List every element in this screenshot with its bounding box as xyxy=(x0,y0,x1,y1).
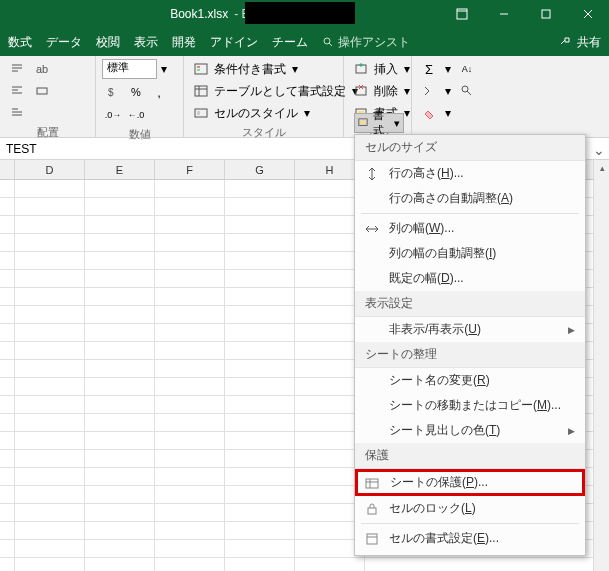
svg-rect-22 xyxy=(195,86,207,96)
percent-button[interactable]: % xyxy=(125,82,147,102)
autosum-button[interactable]: Σ xyxy=(418,59,440,79)
number-format-arrow[interactable]: ▾ xyxy=(157,59,171,79)
share-button[interactable]: 共有 xyxy=(559,34,601,51)
minimize-button[interactable] xyxy=(483,0,525,28)
style-group-label: スタイル xyxy=(190,123,337,141)
vertical-scrollbar[interactable]: ▴ xyxy=(593,160,609,571)
menu-lock-cell[interactable]: セルのロック(L) xyxy=(355,496,585,521)
protect-sheet-icon xyxy=(364,475,382,491)
scroll-up-button[interactable]: ▴ xyxy=(594,160,609,176)
increase-decimal-button[interactable]: .0→ xyxy=(102,105,124,125)
title-bar: Book1.xlsx - Excel xyxy=(0,0,609,28)
cond-format-icon xyxy=(194,62,210,76)
number-group-label: 数値 xyxy=(102,125,177,143)
menu-header-visibility: 表示設定 xyxy=(355,291,585,317)
submenu-arrow-icon: ▶ xyxy=(568,325,575,335)
lightbulb-icon xyxy=(322,36,334,48)
lock-icon xyxy=(363,501,381,517)
maximize-button[interactable] xyxy=(525,0,567,28)
merge-button[interactable] xyxy=(31,81,53,101)
menu-header-protect: 保護 xyxy=(355,443,585,469)
align-group-label: 配置 xyxy=(6,123,89,141)
svg-rect-17 xyxy=(37,88,47,94)
tab-addin[interactable]: アドイン xyxy=(210,34,258,51)
format-icon xyxy=(358,116,370,130)
menu-protect-sheet[interactable]: シートの保護(P)... xyxy=(355,469,585,496)
file-name: Book1.xlsx xyxy=(170,7,228,21)
row-height-icon xyxy=(363,166,381,182)
share-icon xyxy=(559,36,573,48)
col-d[interactable]: D xyxy=(15,160,85,179)
tell-me-search[interactable]: 操作アシスト xyxy=(322,34,410,51)
number-format-dropdown[interactable]: 標準 xyxy=(102,59,157,79)
svg-rect-38 xyxy=(361,120,366,123)
format-cells-icon xyxy=(363,531,381,547)
menu-header-organize: シートの整理 xyxy=(355,342,585,368)
title-redacted xyxy=(245,2,355,24)
svg-rect-3 xyxy=(542,10,550,18)
svg-rect-26 xyxy=(197,111,200,115)
fill-button[interactable] xyxy=(418,81,440,101)
menu-col-width[interactable]: 列の幅(W)... xyxy=(355,216,585,241)
svg-rect-41 xyxy=(366,479,378,488)
menu-row-height[interactable]: 行の高さ(H)... xyxy=(355,161,585,186)
clear-button[interactable] xyxy=(418,103,440,123)
menu-rename-sheet[interactable]: シート名の変更(R) xyxy=(355,368,585,393)
svg-rect-19 xyxy=(195,64,207,74)
insert-icon xyxy=(354,62,370,76)
align-left-button[interactable] xyxy=(6,81,28,101)
conditional-format-button[interactable]: 条件付き書式▾ xyxy=(190,59,362,79)
cell-style-icon xyxy=(194,106,210,120)
delete-cells-button[interactable]: 削除▾ xyxy=(350,81,414,101)
ribbon-options-icon[interactable] xyxy=(441,0,483,28)
sort-button[interactable]: A↓ xyxy=(456,59,478,79)
tab-review[interactable]: 校閲 xyxy=(96,34,120,51)
ribbon-tabs: 数式 データ 校閲 表示 開発 アドイン チーム 操作アシスト 共有 xyxy=(0,28,609,56)
col-f[interactable]: F xyxy=(155,160,225,179)
align-top-button[interactable] xyxy=(6,59,28,79)
menu-col-autofit[interactable]: 列の幅の自動調整(I) xyxy=(355,241,585,266)
table-icon xyxy=(194,84,210,98)
tab-data[interactable]: データ xyxy=(46,34,82,51)
formula-content: TEST xyxy=(6,142,37,156)
menu-row-autofit[interactable]: 行の高さの自動調整(A) xyxy=(355,186,585,211)
col-width-icon xyxy=(363,221,381,237)
svg-line-7 xyxy=(329,43,332,46)
svg-rect-44 xyxy=(368,508,376,514)
svg-rect-25 xyxy=(195,109,207,117)
svg-rect-20 xyxy=(197,66,200,68)
tab-team[interactable]: チーム xyxy=(272,34,308,51)
col-g[interactable]: G xyxy=(225,160,295,179)
menu-move-copy-sheet[interactable]: シートの移動またはコピー(M)... xyxy=(355,393,585,418)
currency-button[interactable]: $ xyxy=(102,82,124,102)
svg-text:$: $ xyxy=(108,87,114,98)
menu-header-cellsize: セルのサイズ xyxy=(355,135,585,161)
svg-rect-45 xyxy=(367,534,377,544)
tab-view[interactable]: 表示 xyxy=(134,34,158,51)
tab-formula[interactable]: 数式 xyxy=(8,34,32,51)
svg-rect-21 xyxy=(197,69,200,71)
decrease-decimal-button[interactable]: ←.0 xyxy=(125,105,147,125)
submenu-arrow-icon: ▶ xyxy=(568,426,575,436)
col-e[interactable]: E xyxy=(85,160,155,179)
svg-line-36 xyxy=(467,91,471,95)
format-as-table-button[interactable]: テーブルとして書式設定▾ xyxy=(190,81,362,101)
delete-icon xyxy=(354,84,370,98)
align-bottom-button[interactable] xyxy=(6,103,28,123)
tab-dev[interactable]: 開発 xyxy=(172,34,196,51)
menu-format-cells[interactable]: セルの書式設定(E)... xyxy=(355,526,585,551)
svg-rect-30 xyxy=(356,87,366,95)
collapse-ribbon-button[interactable]: ⌄ xyxy=(593,142,605,158)
menu-hide-unhide[interactable]: 非表示/再表示(U) ▶ xyxy=(355,317,585,342)
close-button[interactable] xyxy=(567,0,609,28)
format-button-active[interactable]: 書式▾ xyxy=(354,113,404,133)
format-dropdown-menu: セルのサイズ 行の高さ(H)... 行の高さの自動調整(A) 列の幅(W)...… xyxy=(354,134,586,556)
ribbon: ab 配置 標準 ▾ $ % , .0→ ←.0 xyxy=(0,56,609,138)
comma-button[interactable]: , xyxy=(148,82,170,102)
menu-tab-color[interactable]: シート見出しの色(T) ▶ xyxy=(355,418,585,443)
find-button[interactable] xyxy=(456,81,478,101)
menu-default-width[interactable]: 既定の幅(D)... xyxy=(355,266,585,291)
insert-cells-button[interactable]: 挿入▾ xyxy=(350,59,414,79)
wrap-text-button[interactable]: ab xyxy=(31,59,53,79)
cell-styles-button[interactable]: セルのスタイル▾ xyxy=(190,103,362,123)
